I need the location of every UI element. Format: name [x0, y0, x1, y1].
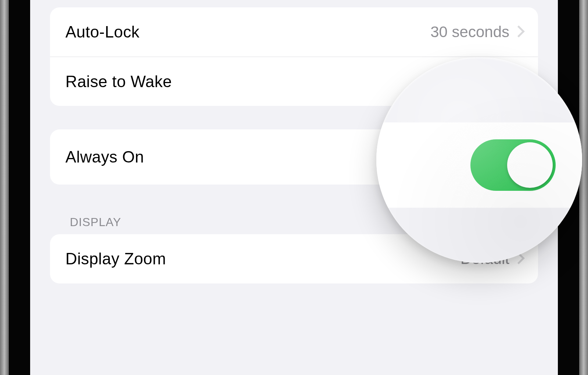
auto-lock-label: Auto-Lock — [65, 23, 140, 41]
chevron-right-icon — [514, 25, 523, 39]
row-auto-lock[interactable]: Auto-Lock 30 seconds — [50, 7, 538, 57]
raise-to-wake-label: Raise to Wake — [65, 72, 172, 91]
phone-edge-right — [579, 0, 588, 375]
magnifier-inner — [376, 57, 582, 263]
always-on-toggle-magnified[interactable] — [470, 139, 556, 191]
phone-edge-left — [0, 0, 9, 375]
auto-lock-value-wrap: 30 seconds — [430, 23, 523, 41]
magnifier-callout — [376, 57, 582, 263]
auto-lock-value: 30 seconds — [430, 23, 509, 41]
always-on-label: Always On — [65, 148, 144, 166]
magnified-row-always-on — [376, 122, 582, 208]
display-zoom-label: Display Zoom — [65, 250, 166, 268]
